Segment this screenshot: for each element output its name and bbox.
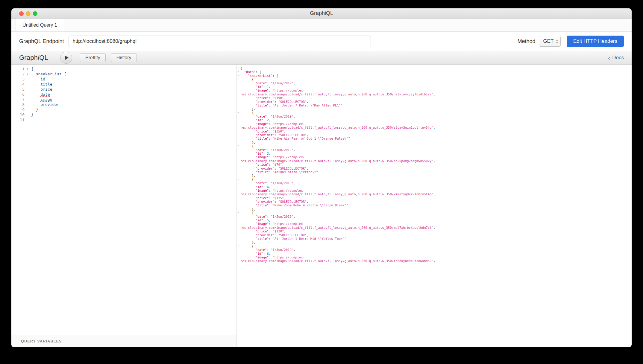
history-button[interactable]: History — [111, 53, 137, 62]
result-line: "provider": "SOLECOLLECTOR", — [237, 200, 632, 203]
query-line: 11 — [11, 117, 236, 122]
docs-label: Docs — [612, 55, 624, 61]
result-line: "id": 5, — [237, 218, 632, 222]
result-line: "image": "https://complex- — [237, 89, 632, 92]
edit-http-headers-button[interactable]: Edit HTTP Headers — [567, 36, 624, 47]
query-variables-bar[interactable]: QUERY VARIABLES — [11, 335, 236, 347]
line-number: 2 — [11, 71, 26, 77]
result-line: "date": "1/Jun/2019", — [237, 148, 632, 152]
line-number: 8 — [11, 102, 26, 107]
close-window-button[interactable] — [19, 11, 24, 16]
zoom-window-button[interactable] — [33, 11, 37, 16]
result-line: res.cloudinary.com/image/upload/c_fill,f… — [237, 259, 632, 263]
graphiql-logo: GraphiQL — [19, 54, 48, 62]
query-line: 6 date — [11, 92, 236, 97]
result-line: res.cloudinary.com/image/upload/c_fill,f… — [237, 226, 632, 229]
fold-caret-icon[interactable]: ▾ — [237, 66, 240, 70]
tab-label: Untitled Query 1 — [22, 22, 57, 28]
prettify-button[interactable]: Prettify — [80, 53, 106, 62]
result-line: "price": "$70", — [237, 163, 632, 166]
result-line: "title": "Air Jordan 1 Retro Mid \"Yello… — [237, 237, 632, 240]
tab-bar: Untitled Query 1 — [11, 19, 632, 32]
query-editor[interactable]: 1▾{2▾ sneakerList {3 id4 title5 price6 d… — [11, 65, 236, 335]
method-select[interactable]: GET ▴▾ — [539, 36, 560, 47]
execute-query-button[interactable] — [60, 52, 72, 64]
fold-caret-icon[interactable]: ▾ — [237, 74, 240, 77]
logo-ql: QL — [39, 54, 48, 61]
fold-caret-icon[interactable]: ▾ — [237, 77, 240, 81]
tab-untitled-query-1[interactable]: Untitled Query 1 — [16, 19, 64, 31]
result-line: "provider": "SOLECOLLECTOR", — [237, 233, 632, 237]
result-line: "date": "1/Jun/2019", — [237, 81, 632, 85]
play-icon — [65, 55, 69, 60]
docs-button[interactable]: ‹ Docs — [608, 55, 624, 61]
result-line: }, — [237, 107, 632, 111]
query-line: 7 image — [11, 97, 236, 102]
line-number: 7 — [11, 97, 26, 102]
result-line: "title": "Nike Zoom Kobe 4 Protro \"Carp… — [237, 203, 632, 207]
fold-caret-icon[interactable]: ▾ — [237, 211, 240, 214]
result-line: "id": 2, — [237, 118, 632, 122]
result-line: "title": "Adidas Nizza \"Pride\"" — [237, 170, 632, 174]
result-line: "id": 3, — [237, 152, 632, 155]
query-editor-lines: 1▾{2▾ sneakerList {3 id4 title5 price6 d… — [11, 66, 236, 122]
result-line: res.cloudinary.com/image/upload/c_fill,f… — [237, 126, 632, 129]
result-line: ▾ { — [237, 211, 632, 214]
result-line: "price": "$350", — [237, 130, 632, 133]
result-line: "image": "https://complex- — [237, 122, 632, 126]
result-line: res.cloudinary.com/image/upload/c_fill,f… — [237, 159, 632, 163]
editor-split: 1▾{2▾ sneakerList {3 id4 title5 price6 d… — [11, 65, 632, 347]
endpoint-input[interactable] — [69, 36, 371, 47]
result-line: "date": "1/Jun/2019", — [237, 115, 632, 118]
line-number: 6 — [11, 92, 26, 97]
query-line: 1▾{ — [11, 66, 236, 71]
line-number: 4 — [11, 82, 26, 87]
result-line: }, — [237, 240, 632, 244]
result-line: "image": "https://complex- — [237, 255, 632, 259]
result-line: "title": "Air Jordan 7 Retro \"Ray Allen… — [237, 103, 632, 107]
fold-caret-icon[interactable]: ▾ — [237, 244, 240, 248]
fold-caret-icon[interactable]: ▾ — [237, 111, 240, 115]
fold-caret-icon[interactable]: ▾ — [237, 70, 240, 74]
result-line: "price": "$175", — [237, 196, 632, 200]
result-line: ▾ { — [237, 178, 632, 181]
query-line: 5 price — [11, 87, 236, 92]
result-line: "title": "Nike Air Fear of God 1 \"Orang… — [237, 137, 632, 140]
result-viewer-lines: ▾{▾ "data": {▾ "sneakerList": [▾ { "date… — [237, 66, 632, 263]
result-line: "image": "https://complex- — [237, 189, 632, 192]
query-pane: 1▾{2▾ sneakerList {3 id4 title5 price6 d… — [11, 65, 236, 347]
result-line: ▾ "data": { — [237, 70, 632, 74]
query-line: 8 provider — [11, 102, 236, 107]
query-line: 2▾ sneakerList { — [11, 71, 236, 77]
line-number: 9 — [11, 107, 26, 112]
fold-caret-icon[interactable]: ▾ — [26, 66, 31, 71]
fold-caret-icon[interactable]: ▾ — [237, 178, 240, 181]
graphiql-toolbar: GraphiQL Prettify History ‹ Docs — [11, 51, 632, 65]
result-line: ▾ { — [237, 77, 632, 81]
query-variables-title: QUERY VARIABLES — [21, 339, 62, 343]
method-label: Method — [517, 38, 535, 45]
fold-caret-icon[interactable]: ▾ — [237, 144, 240, 148]
result-line: }, — [237, 207, 632, 211]
result-line: "provider": "SOLECOLLECTOR", — [237, 133, 632, 137]
query-line: 3 id — [11, 77, 236, 82]
endpoint-bar: GraphQL Endpoint Method GET ▴▾ Edit HTTP… — [11, 32, 632, 51]
result-line: ▾ { — [237, 111, 632, 115]
result-line: res.cloudinary.com/image/upload/c_fill,f… — [237, 192, 632, 196]
logo-graph: Graph — [19, 54, 38, 61]
result-line: "price": "$120", — [237, 229, 632, 233]
line-number: 11 — [11, 117, 26, 122]
method-value: GET — [543, 38, 553, 44]
fold-caret-icon[interactable]: ▾ — [26, 71, 31, 77]
query-line: 10} — [11, 112, 236, 117]
result-line: "price": "$190", — [237, 96, 632, 100]
result-line: "image": "https://complex- — [237, 155, 632, 159]
result-viewer[interactable]: ▾{▾ "data": {▾ "sneakerList": [▾ { "date… — [237, 65, 632, 347]
result-line: "image": "https://complex- — [237, 222, 632, 226]
result-line: }, — [237, 141, 632, 144]
minimize-window-button[interactable] — [26, 11, 31, 16]
result-line: "provider": "SOLECOLLECTOR", — [237, 167, 632, 170]
titlebar: GraphiQL — [11, 8, 632, 19]
result-line: ▾ { — [237, 144, 632, 148]
result-line: ▾ { — [237, 244, 632, 248]
